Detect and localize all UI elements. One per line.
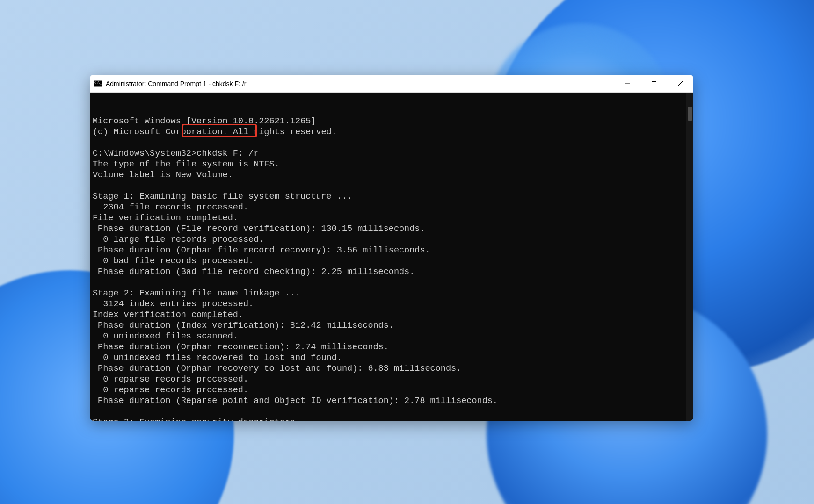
terminal-line: Phase duration (Orphan reconnection): 2.… (93, 342, 690, 353)
terminal-line: Volume label is New Volume. (93, 170, 690, 180)
prompt-path: C:\Windows\System32> (93, 149, 196, 158)
window-title: Administrator: Command Prompt 1 - chkdsk… (106, 80, 615, 87)
terminal-line (93, 137, 690, 148)
terminal-line (93, 277, 690, 288)
terminal-line: Phase duration (Orphan file record recov… (93, 245, 690, 256)
scroll-thumb[interactable] (688, 107, 692, 121)
terminal-line: Phase duration (File record verification… (93, 223, 690, 234)
terminal-line: Phase duration (Reparse point and Object… (93, 396, 690, 406)
terminal-line: 0 bad file records processed. (93, 256, 690, 266)
minimize-button[interactable] (615, 75, 641, 92)
terminal-line: Stage 3: Examining security descriptors … (93, 417, 690, 421)
terminal-line (93, 406, 690, 417)
terminal-line: Phase duration (Bad file record checking… (93, 266, 690, 277)
terminal-line: File verification completed. (93, 213, 690, 223)
terminal-line: Microsoft Windows [Version 10.0.22621.12… (93, 116, 690, 127)
typed-command: chkdsk F: /r (196, 149, 259, 158)
terminal-line: Stage 1: Examining basic file system str… (93, 191, 690, 202)
terminal-line (93, 180, 690, 191)
close-button[interactable] (667, 75, 693, 92)
maximize-button[interactable] (641, 75, 667, 92)
titlebar[interactable]: Administrator: Command Prompt 1 - chkdsk… (90, 75, 693, 93)
terminal-line: 0 reparse records processed. (93, 374, 690, 385)
terminal-line: 0 reparse records processed. (93, 385, 690, 396)
terminal-line: Phase duration (Orphan recovery to lost … (93, 363, 690, 374)
terminal-line: The type of the file system is NTFS. (93, 159, 690, 170)
scrollbar[interactable] (686, 93, 693, 421)
terminal-line: 0 large file records processed. (93, 234, 690, 245)
terminal-line: Phase duration (Index verification): 812… (93, 320, 690, 331)
svg-rect-1 (652, 81, 656, 86)
terminal-line: 0 unindexed files recovered to lost and … (93, 353, 690, 363)
terminal-output: Microsoft Windows [Version 10.0.22621.12… (93, 116, 690, 421)
command-line: C:\Windows\System32>chkdsk F: /r (93, 148, 690, 159)
terminal-line: 3124 index entries processed. (93, 299, 690, 310)
terminal-line: Index verification completed. (93, 310, 690, 320)
terminal-line: 2304 file records processed. (93, 202, 690, 213)
terminal-line: 0 unindexed files scanned. (93, 331, 690, 342)
terminal-area[interactable]: Microsoft Windows [Version 10.0.22621.12… (90, 93, 693, 421)
window-controls (615, 75, 693, 92)
terminal-line: (c) Microsoft Corporation. All rights re… (93, 127, 690, 137)
terminal-line: Stage 2: Examining file name linkage ... (93, 288, 690, 299)
command-prompt-window: Administrator: Command Prompt 1 - chkdsk… (90, 75, 693, 421)
cmd-icon (94, 80, 102, 87)
